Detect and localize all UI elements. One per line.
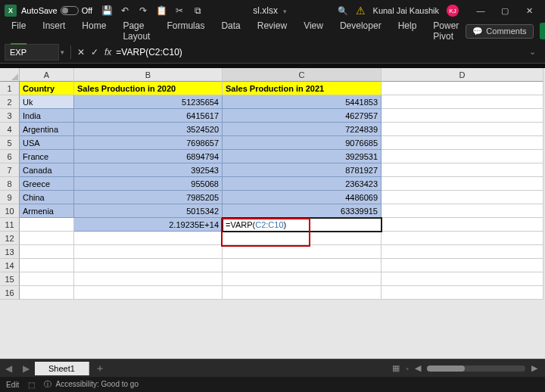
fx-icon[interactable]: fx <box>104 47 111 58</box>
cell[interactable] <box>74 245 223 259</box>
copy-icon[interactable]: ⧉ <box>192 5 203 16</box>
cell[interactable] <box>20 272 74 286</box>
cell-a7[interactable]: Canada <box>20 163 74 177</box>
accessibility-status[interactable]: ⓘ Accessibility: Good to go <box>44 379 139 390</box>
cell-c5[interactable]: 9076685 <box>223 136 382 150</box>
cell[interactable] <box>382 245 543 259</box>
tab-formulas[interactable]: Formulas <box>160 17 211 45</box>
row-header[interactable]: 6 <box>0 150 20 163</box>
tab-home[interactable]: Home <box>75 17 113 45</box>
cell-c8[interactable]: 2363423 <box>223 177 382 191</box>
cell-a8[interactable]: Greece <box>20 177 74 191</box>
macro-icon[interactable]: ⬚ <box>28 381 35 389</box>
share-button[interactable]: ➦ <box>540 23 545 39</box>
comments-button[interactable]: 💬 Comments <box>466 24 533 39</box>
warning-icon[interactable]: ⚠ <box>356 5 366 17</box>
name-box[interactable]: EXP <box>5 44 59 61</box>
chevron-down-icon[interactable]: ⌄ <box>525 47 540 57</box>
row-header[interactable]: 9 <box>0 191 20 204</box>
tab-help[interactable]: Help <box>391 17 424 45</box>
cell-b4[interactable]: 3524520 <box>74 123 223 136</box>
cell[interactable] <box>223 232 382 245</box>
paste-icon[interactable]: 📋 <box>156 5 167 16</box>
cell-c7[interactable]: 8781927 <box>223 163 382 177</box>
cell-d5[interactable] <box>382 136 543 150</box>
cell-a2[interactable]: Uk <box>20 95 74 109</box>
cell[interactable] <box>74 232 223 245</box>
cell-c9[interactable]: 4486069 <box>223 191 382 204</box>
row-header[interactable]: 10 <box>0 204 20 218</box>
cell[interactable] <box>223 272 382 286</box>
cell-c11-editing[interactable]: =VARP(C2:C10) <box>223 218 382 232</box>
row-header[interactable]: 16 <box>0 286 20 300</box>
chevron-down-icon[interactable]: ▾ <box>283 8 287 15</box>
cell-d9[interactable] <box>382 191 543 204</box>
next-sheet-icon[interactable]: ▶ <box>23 363 30 374</box>
cell[interactable] <box>74 259 223 272</box>
undo-icon[interactable]: ↶ <box>120 5 130 16</box>
avatar[interactable]: KJ <box>447 5 459 17</box>
cell-d8[interactable] <box>382 177 543 191</box>
cell[interactable] <box>74 272 223 286</box>
row-header[interactable]: 15 <box>0 272 20 286</box>
row-header[interactable]: 5 <box>0 136 20 150</box>
row-header[interactable]: 1 <box>0 82 20 95</box>
cell-b3[interactable]: 6415617 <box>74 109 223 123</box>
filename-label[interactable]: sl.xlsx <box>253 5 278 16</box>
cell-c3[interactable]: 4627957 <box>223 109 382 123</box>
cell-b6[interactable]: 6894794 <box>74 150 223 163</box>
user-name[interactable]: Kunal Jai Kaushik <box>373 6 439 15</box>
cell[interactable] <box>20 259 74 272</box>
cell-b11[interactable]: 2.19235E+14 <box>74 218 223 232</box>
cell-a11[interactable] <box>20 218 74 232</box>
cell-d11[interactable] <box>382 218 543 232</box>
cell-a9[interactable]: China <box>20 191 74 204</box>
cell-d6[interactable] <box>382 150 543 163</box>
cell[interactable] <box>223 286 382 300</box>
enter-entry-icon[interactable]: ✓ <box>91 47 98 58</box>
cell-b2[interactable]: 51235654 <box>74 95 223 109</box>
prev-sheet-icon[interactable]: ◀ <box>5 363 12 374</box>
maximize-button[interactable]: ▢ <box>494 2 516 20</box>
tab-developer[interactable]: Developer <box>333 17 388 45</box>
cell[interactable] <box>223 259 382 272</box>
cell[interactable] <box>382 259 543 272</box>
col-header-c[interactable]: C <box>223 68 382 82</box>
tab-file[interactable]: File <box>5 17 33 45</box>
cell-b8[interactable]: 955068 <box>74 177 223 191</box>
cell-a3[interactable]: India <box>20 109 74 123</box>
tab-data[interactable]: Data <box>214 17 247 45</box>
tab-insert[interactable]: Insert <box>36 17 72 45</box>
cell-c1[interactable]: Sales Production in 2021 <box>223 82 382 95</box>
row-header[interactable]: 11 <box>0 218 20 232</box>
row-header[interactable]: 3 <box>0 109 20 123</box>
tab-power-pivot[interactable]: Power Pivot <box>426 17 466 45</box>
scroll-right-icon[interactable]: ▶ <box>531 363 537 373</box>
cell[interactable] <box>382 232 543 245</box>
cell-b5[interactable]: 7698657 <box>74 136 223 150</box>
row-header[interactable]: 14 <box>0 259 20 272</box>
col-header-a[interactable]: A <box>20 68 74 82</box>
redo-icon[interactable]: ↷ <box>138 5 148 16</box>
cell-c10[interactable]: 63339915 <box>223 204 382 218</box>
cell[interactable] <box>20 245 74 259</box>
sheet-area[interactable]: A B C D 1 Country Sales Production in 20… <box>0 68 545 359</box>
autosave-toggle[interactable]: AutoSave Off <box>21 6 92 15</box>
cell[interactable] <box>20 286 74 300</box>
tab-review[interactable]: Review <box>251 17 294 45</box>
tab-view[interactable]: View <box>297 17 330 45</box>
tab-page-layout[interactable]: Page Layout <box>116 17 157 45</box>
row-header[interactable]: 4 <box>0 123 20 136</box>
row-header[interactable]: 12 <box>0 232 20 245</box>
cell-d4[interactable] <box>382 123 543 136</box>
cell-a4[interactable]: Argentina <box>20 123 74 136</box>
cell-a1[interactable]: Country <box>20 82 74 95</box>
close-button[interactable]: ✕ <box>518 2 540 20</box>
col-header-d[interactable]: D <box>382 68 543 82</box>
cell[interactable] <box>382 286 543 300</box>
cell-d7[interactable] <box>382 163 543 177</box>
cancel-entry-icon[interactable]: ✕ <box>77 47 85 58</box>
cell-a6[interactable]: France <box>20 150 74 163</box>
row-header[interactable]: 7 <box>0 163 20 177</box>
row-header[interactable]: 8 <box>0 177 20 191</box>
